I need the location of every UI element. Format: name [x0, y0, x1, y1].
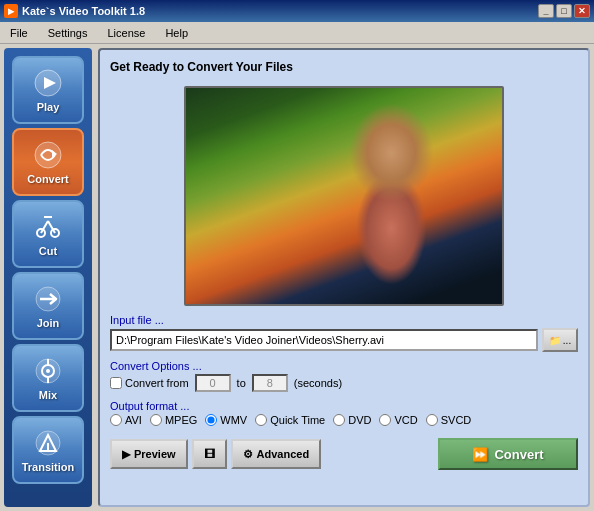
menu-bar: File Settings License Help [0, 22, 594, 44]
input-row: 📁 ... [110, 328, 578, 352]
cut-icon [32, 211, 64, 243]
format-avi[interactable]: AVI [110, 414, 142, 426]
cut-label: Cut [39, 245, 57, 257]
join-label: Join [37, 317, 60, 329]
play-icon [32, 67, 64, 99]
quicktime-label: Quick Time [270, 414, 325, 426]
preview-icon: ▶ [122, 448, 130, 461]
advanced-button[interactable]: ⚙ Advanced [231, 439, 322, 469]
advanced-label: Advanced [257, 448, 310, 460]
radio-dvd[interactable] [333, 414, 345, 426]
play-label: Play [37, 101, 60, 113]
svcd-label: SVCD [441, 414, 472, 426]
file-input[interactable] [110, 329, 538, 351]
title-bar: ▶ Kate`s Video Toolkit 1.8 _ □ ✕ [0, 0, 594, 22]
input-section: Input file ... 📁 ... [110, 314, 578, 352]
convert-from-checkbox[interactable] [110, 377, 122, 389]
convert-arrow-icon: ⏩ [472, 447, 488, 462]
app-icon: ▶ [4, 4, 18, 18]
convert-label: Convert [27, 173, 69, 185]
radio-mpeg[interactable] [150, 414, 162, 426]
minimize-button[interactable]: _ [538, 4, 554, 18]
output-format-section: Output format ... AVI MPEG WMV Quick Tim… [110, 400, 578, 426]
radio-quicktime[interactable] [255, 414, 267, 426]
sidebar-item-mix[interactable]: Mix [12, 344, 84, 412]
output-format-label: Output format ... [110, 400, 578, 412]
radio-vcd[interactable] [379, 414, 391, 426]
format-mpeg[interactable]: MPEG [150, 414, 197, 426]
left-buttons: ▶ Preview 🎞 ⚙ Advanced [110, 439, 321, 469]
convert-options-section: Convert Options ... Convert from to (sec… [110, 360, 578, 392]
convert-from-text: Convert from [125, 377, 189, 389]
filmstrip-button[interactable]: 🎞 [192, 439, 227, 469]
radio-svcd[interactable] [426, 414, 438, 426]
menu-help[interactable]: Help [159, 25, 194, 41]
avi-label: AVI [125, 414, 142, 426]
folder-icon: 📁 [549, 335, 561, 346]
to-label: to [237, 377, 246, 389]
mpeg-label: MPEG [165, 414, 197, 426]
bottom-bar: ▶ Preview 🎞 ⚙ Advanced ⏩ Convert [110, 438, 578, 470]
radio-avi[interactable] [110, 414, 122, 426]
main-container: Play Convert [0, 44, 594, 511]
sidebar: Play Convert [4, 48, 92, 507]
mix-label: Mix [39, 389, 57, 401]
to-time-input[interactable] [252, 374, 288, 392]
format-svcd[interactable]: SVCD [426, 414, 472, 426]
window-title: Kate`s Video Toolkit 1.8 [22, 5, 145, 17]
video-preview [184, 86, 504, 306]
convert-icon [32, 139, 64, 171]
input-file-label: Input file ... [110, 314, 578, 326]
page-title: Get Ready to Convert Your Files [110, 60, 578, 74]
transition-icon [32, 427, 64, 459]
convert-from-checkbox-label[interactable]: Convert from [110, 377, 189, 389]
convert-options-row: Convert from to (seconds) [110, 374, 578, 392]
menu-settings[interactable]: Settings [42, 25, 94, 41]
sidebar-item-join[interactable]: Join [12, 272, 84, 340]
preview-button[interactable]: ▶ Preview [110, 439, 188, 469]
from-time-input[interactable] [195, 374, 231, 392]
wmv-label: WMV [220, 414, 247, 426]
format-quicktime[interactable]: Quick Time [255, 414, 325, 426]
video-content [186, 88, 502, 304]
convert-options-label: Convert Options ... [110, 360, 578, 372]
format-row: AVI MPEG WMV Quick Time DVD [110, 414, 578, 426]
close-button[interactable]: ✕ [574, 4, 590, 18]
browse-label: ... [563, 335, 571, 346]
menu-file[interactable]: File [4, 25, 34, 41]
format-vcd[interactable]: VCD [379, 414, 417, 426]
menu-license[interactable]: License [101, 25, 151, 41]
svg-point-12 [46, 369, 50, 373]
radio-wmv[interactable] [205, 414, 217, 426]
transition-label: Transition [22, 461, 75, 473]
content-area: Get Ready to Convert Your Files Input fi… [98, 48, 590, 507]
format-dvd[interactable]: DVD [333, 414, 371, 426]
vcd-label: VCD [394, 414, 417, 426]
join-icon [32, 283, 64, 315]
dvd-label: DVD [348, 414, 371, 426]
sidebar-item-transition[interactable]: Transition [12, 416, 84, 484]
filmstrip-icon: 🎞 [204, 448, 215, 460]
sidebar-item-convert[interactable]: Convert [12, 128, 84, 196]
seconds-label: (seconds) [294, 377, 342, 389]
preview-label: Preview [134, 448, 176, 460]
maximize-button[interactable]: □ [556, 4, 572, 18]
format-wmv[interactable]: WMV [205, 414, 247, 426]
convert-main-label: Convert [494, 447, 543, 462]
gear-icon: ⚙ [243, 448, 253, 461]
svg-point-2 [35, 142, 61, 168]
sidebar-item-cut[interactable]: Cut [12, 200, 84, 268]
browse-button[interactable]: 📁 ... [542, 328, 578, 352]
sidebar-item-play[interactable]: Play [12, 56, 84, 124]
convert-main-button[interactable]: ⏩ Convert [438, 438, 578, 470]
mix-icon [32, 355, 64, 387]
